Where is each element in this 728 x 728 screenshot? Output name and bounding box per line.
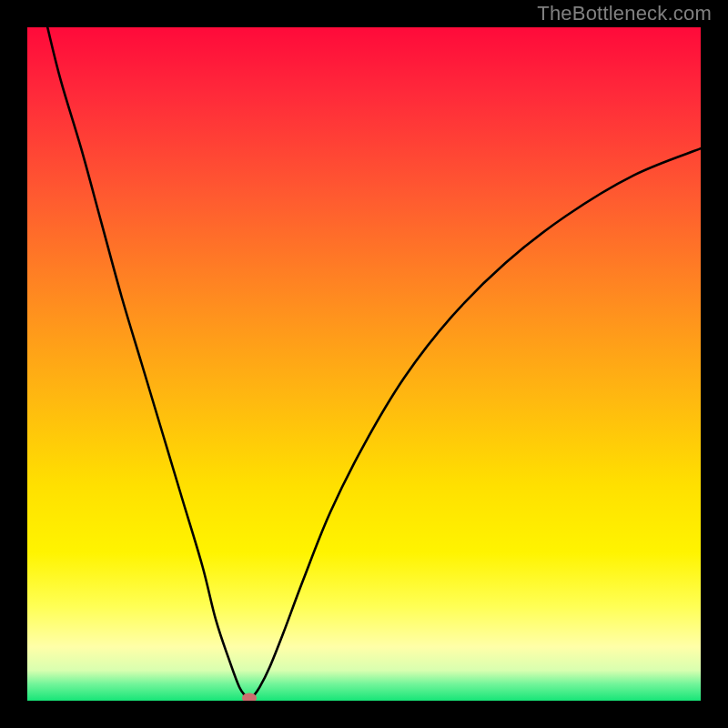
curve-path [47, 27, 701, 701]
plot-area [27, 27, 701, 701]
watermark-text: TheBottleneck.com [537, 2, 712, 25]
bottleneck-curve [27, 27, 701, 701]
minimum-marker [242, 693, 257, 702]
chart-frame: TheBottleneck.com [0, 0, 728, 728]
